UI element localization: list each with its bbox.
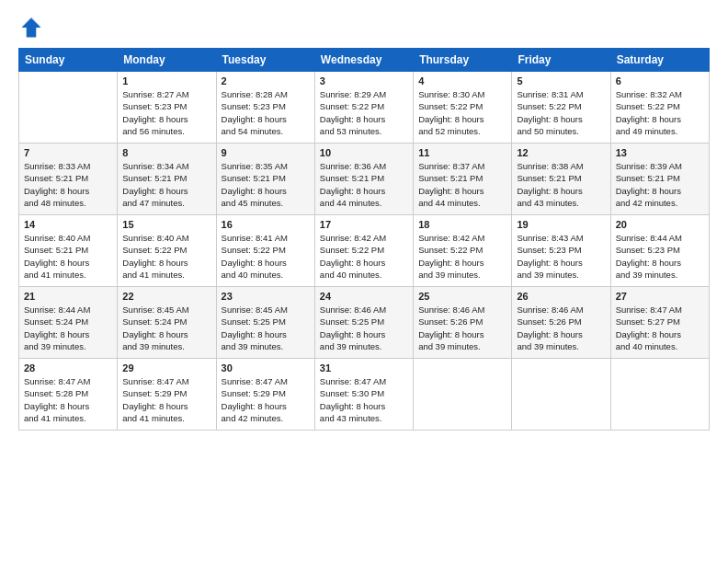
day-info-line: Sunrise: 8:40 AM	[122, 232, 210, 244]
day-number: 27	[616, 291, 704, 302]
day-info-line: Sunset: 5:23 PM	[616, 244, 704, 256]
day-info: Sunrise: 8:30 AMSunset: 5:22 PMDaylight:…	[418, 88, 506, 137]
day-info-line: Sunset: 5:26 PM	[418, 316, 506, 327]
day-cell: 18Sunrise: 8:42 AMSunset: 5:22 PMDayligh…	[414, 215, 512, 287]
day-number: 21	[24, 291, 112, 302]
day-info: Sunrise: 8:47 AMSunset: 5:27 PMDaylight:…	[616, 304, 704, 352]
day-number: 29	[122, 362, 210, 373]
day-number: 17	[320, 219, 408, 230]
day-number: 13	[616, 147, 704, 158]
day-number: 15	[122, 219, 210, 230]
day-info-line: and 53 minutes.	[320, 125, 408, 137]
day-cell: 16Sunrise: 8:41 AMSunset: 5:22 PMDayligh…	[216, 215, 314, 287]
day-info-line: Daylight: 8 hours	[320, 257, 408, 269]
day-cell	[414, 359, 512, 431]
day-info-line: Sunrise: 8:38 AM	[517, 160, 605, 172]
day-info-line: Daylight: 8 hours	[24, 400, 112, 412]
day-info: Sunrise: 8:28 AMSunset: 5:23 PMDaylight:…	[222, 88, 310, 137]
day-info-line: Sunset: 5:29 PM	[122, 387, 210, 399]
day-info-line: and 40 minutes.	[320, 269, 408, 281]
day-info-line: Daylight: 8 hours	[517, 185, 605, 197]
day-cell: 8Sunrise: 8:34 AMSunset: 5:21 PMDaylight…	[118, 144, 216, 215]
day-cell: 15Sunrise: 8:40 AMSunset: 5:22 PMDayligh…	[118, 215, 216, 287]
day-info: Sunrise: 8:47 AMSunset: 5:30 PMDaylight:…	[320, 375, 408, 424]
day-number: 24	[320, 291, 408, 302]
day-cell: 29Sunrise: 8:47 AMSunset: 5:29 PMDayligh…	[118, 359, 216, 431]
day-info-line: Sunset: 5:23 PM	[517, 244, 605, 256]
day-info-line: and 39 minutes.	[320, 340, 408, 352]
day-info-line: Sunrise: 8:40 AM	[24, 232, 112, 244]
day-info-line: Sunset: 5:26 PM	[517, 316, 605, 327]
day-info: Sunrise: 8:45 AMSunset: 5:25 PMDaylight:…	[222, 304, 310, 352]
day-info-line: Sunset: 5:23 PM	[222, 100, 310, 112]
day-info: Sunrise: 8:47 AMSunset: 5:28 PMDaylight:…	[24, 375, 112, 424]
day-info-line: Sunset: 5:21 PM	[418, 172, 506, 184]
day-info-line: Daylight: 8 hours	[24, 257, 112, 269]
day-info-line: Sunrise: 8:32 AM	[616, 88, 704, 100]
header-monday: Monday	[118, 49, 216, 72]
day-info-line: and 43 minutes.	[517, 197, 605, 209]
day-info-line: and 39 minutes.	[222, 340, 310, 352]
day-number: 16	[222, 219, 310, 230]
day-info-line: and 48 minutes.	[24, 197, 112, 209]
day-info-line: Daylight: 8 hours	[517, 113, 605, 125]
day-info-line: Daylight: 8 hours	[222, 328, 310, 340]
day-info-line: Sunrise: 8:39 AM	[616, 160, 704, 172]
header-tuesday: Tuesday	[216, 49, 314, 72]
day-info-line: Daylight: 8 hours	[616, 185, 704, 197]
day-cell: 14Sunrise: 8:40 AMSunset: 5:21 PMDayligh…	[19, 215, 118, 287]
day-info-line: Sunset: 5:22 PM	[320, 100, 408, 112]
day-info-line: and 49 minutes.	[616, 125, 704, 137]
week-row-1: 7Sunrise: 8:33 AMSunset: 5:21 PMDaylight…	[19, 144, 710, 215]
day-cell: 28Sunrise: 8:47 AMSunset: 5:28 PMDayligh…	[19, 359, 118, 431]
day-info-line: Sunset: 5:23 PM	[122, 100, 210, 112]
header-wednesday: Wednesday	[314, 49, 413, 72]
day-info-line: Daylight: 8 hours	[320, 113, 408, 125]
day-info: Sunrise: 8:43 AMSunset: 5:23 PMDaylight:…	[517, 232, 605, 281]
day-info: Sunrise: 8:35 AMSunset: 5:21 PMDaylight:…	[222, 160, 310, 209]
day-info-line: Daylight: 8 hours	[418, 185, 506, 197]
day-info-line: and 39 minutes.	[616, 269, 704, 281]
header-sunday: Sunday	[19, 49, 118, 72]
day-info-line: Daylight: 8 hours	[222, 400, 310, 412]
day-cell	[19, 72, 118, 144]
day-number: 6	[616, 75, 704, 86]
header-row	[18, 15, 710, 40]
header-friday: Friday	[512, 49, 610, 72]
day-info-line: Sunrise: 8:44 AM	[616, 232, 704, 244]
day-info: Sunrise: 8:41 AMSunset: 5:22 PMDaylight:…	[222, 232, 310, 281]
day-info-line: Sunset: 5:24 PM	[122, 316, 210, 327]
day-cell: 9Sunrise: 8:35 AMSunset: 5:21 PMDaylight…	[216, 144, 314, 215]
day-cell: 5Sunrise: 8:31 AMSunset: 5:22 PMDaylight…	[512, 72, 610, 144]
day-info-line: and 54 minutes.	[222, 125, 310, 137]
day-info-line: Daylight: 8 hours	[616, 257, 704, 269]
day-info: Sunrise: 8:46 AMSunset: 5:26 PMDaylight:…	[418, 304, 506, 352]
day-cell	[512, 359, 610, 431]
day-number: 5	[517, 75, 605, 86]
day-info: Sunrise: 8:40 AMSunset: 5:22 PMDaylight:…	[122, 232, 210, 281]
day-info-line: and 39 minutes.	[122, 340, 210, 352]
day-info-line: Sunset: 5:21 PM	[222, 172, 310, 184]
day-info: Sunrise: 8:33 AMSunset: 5:21 PMDaylight:…	[24, 160, 112, 209]
day-info-line: and 45 minutes.	[222, 197, 310, 209]
day-cell: 2Sunrise: 8:28 AMSunset: 5:23 PMDaylight…	[216, 72, 314, 144]
day-number: 1	[122, 75, 210, 86]
day-info: Sunrise: 8:34 AMSunset: 5:21 PMDaylight:…	[122, 160, 210, 209]
day-info-line: Sunrise: 8:46 AM	[517, 304, 605, 316]
day-info-line: Sunrise: 8:42 AM	[320, 232, 408, 244]
logo	[18, 15, 48, 40]
day-cell: 17Sunrise: 8:42 AMSunset: 5:22 PMDayligh…	[314, 215, 413, 287]
week-row-4: 28Sunrise: 8:47 AMSunset: 5:28 PMDayligh…	[19, 359, 710, 431]
day-info: Sunrise: 8:47 AMSunset: 5:29 PMDaylight:…	[122, 375, 210, 424]
header-thursday: Thursday	[414, 49, 512, 72]
day-info: Sunrise: 8:36 AMSunset: 5:21 PMDaylight:…	[320, 160, 408, 209]
day-number: 20	[616, 219, 704, 230]
day-info-line: and 47 minutes.	[122, 197, 210, 209]
day-info-line: Sunset: 5:22 PM	[320, 244, 408, 256]
day-cell: 4Sunrise: 8:30 AMSunset: 5:22 PMDaylight…	[414, 72, 512, 144]
day-info-line: Sunset: 5:22 PM	[517, 100, 605, 112]
day-info: Sunrise: 8:46 AMSunset: 5:26 PMDaylight:…	[517, 304, 605, 352]
day-number: 4	[418, 75, 506, 86]
day-info-line: Daylight: 8 hours	[418, 328, 506, 340]
day-info-line: Sunrise: 8:29 AM	[320, 88, 408, 100]
